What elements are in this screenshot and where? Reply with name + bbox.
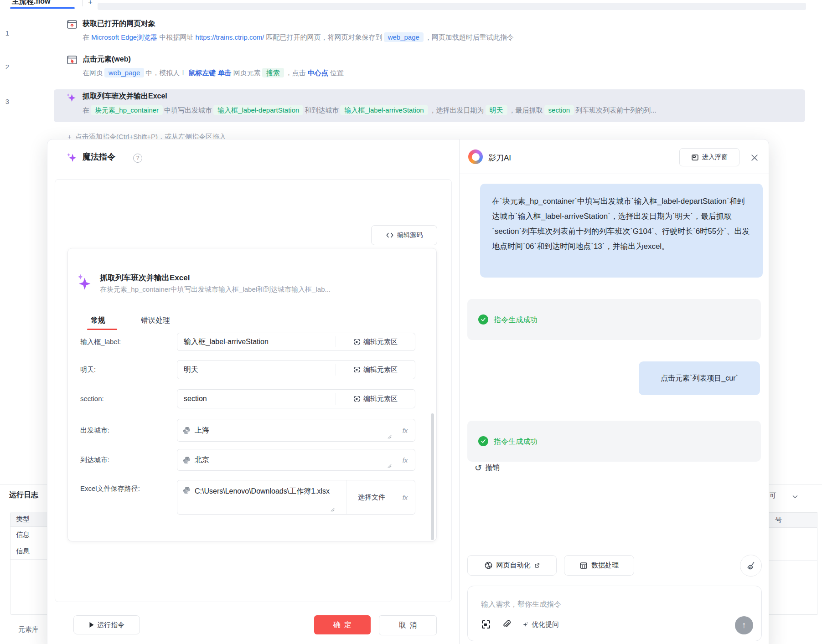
fx-expression-button[interactable]: fx: [395, 480, 415, 514]
mouse-action-link[interactable]: 鼠标左键 单击: [188, 69, 231, 77]
element-picker-icon: [353, 395, 361, 402]
edit-element-area-button[interactable]: 编辑元素区: [336, 390, 415, 408]
run-log-title: 运行日志: [9, 490, 38, 500]
ai-message-bubble: 在`块元素_hp_container`中填写出发城市`输入框_label-dep…: [480, 184, 763, 278]
url-link[interactable]: https://trains.ctrip.com/: [196, 33, 264, 41]
element-field-input[interactable]: 明天 编辑元素区: [177, 360, 415, 379]
undo-button[interactable]: ↺ 撤销: [475, 463, 500, 473]
tab-error-handling[interactable]: 错误处理: [141, 316, 170, 325]
web-automation-button[interactable]: 网页自动化: [467, 555, 557, 576]
edit-element-area-button[interactable]: 编辑元素区: [336, 333, 415, 350]
web-automation-label: 网页自动化: [496, 561, 531, 570]
desc-text: 在: [83, 106, 89, 114]
field-value: 明天: [184, 361, 198, 379]
file-path-field-input[interactable]: C:\Users\Lenovo\Downloads\工作簿1.xlsx 选择文件…: [177, 480, 415, 515]
text-field-input[interactable]: 上海 fx: [177, 419, 415, 442]
help-icon[interactable]: ?: [133, 154, 142, 163]
edit-element-area-button[interactable]: 编辑元素区: [336, 361, 415, 379]
send-button[interactable]: ↑: [735, 616, 753, 634]
run-command-button[interactable]: 运行指令: [73, 615, 140, 634]
success-message: 指令生成成功: [494, 437, 538, 447]
step-title[interactable]: 获取已打开的网页对象: [83, 19, 155, 29]
close-icon[interactable]: [750, 153, 759, 162]
enter-float-window-label: 进入浮窗: [702, 153, 728, 161]
element-chip-search[interactable]: 搜索: [262, 68, 284, 77]
resize-handle-icon[interactable]: [387, 464, 392, 469]
sparkle-small-icon: [522, 621, 529, 629]
desc-text: 中根据网址: [157, 33, 195, 41]
chevron-down-icon[interactable]: [791, 493, 799, 501]
command-card-title: 抓取列车班次并输出Excel: [100, 273, 190, 283]
element-chip-arrive-station[interactable]: 输入框_label-arriveStation: [340, 105, 428, 115]
data-processing-button[interactable]: 数据处理: [564, 555, 634, 576]
resize-handle-icon[interactable]: [387, 434, 392, 439]
variable-chip-web-page[interactable]: web_page: [104, 68, 144, 77]
element-chip-hp-container[interactable]: 块元素_hp_container: [91, 105, 163, 115]
magic-command-window: 魔法指令 ? 编辑源码 抓取列车班次并输出Excel 在块元素_hp_conta…: [47, 139, 769, 644]
step-number: 1: [3, 29, 12, 37]
tab-main-flow[interactable]: 主流程.flow: [12, 0, 50, 6]
tab-general[interactable]: 常规: [91, 316, 105, 325]
app-root: 主流程.flow + 1 获取已打开的网页对象 在 Microsoft Edge…: [0, 0, 822, 644]
desc-text: 在网页: [83, 69, 103, 77]
step-description: 在块元素_hp_container中填写出发城市输入框_label-depart…: [83, 105, 657, 116]
step-number: 3: [3, 98, 12, 105]
screenshot-capture-icon[interactable]: [481, 619, 491, 630]
code-icon: [386, 231, 394, 239]
active-tab-underline: [10, 7, 75, 9]
desc-text: ，最后抓取: [509, 106, 543, 114]
optimize-question-button[interactable]: 优化提问: [522, 620, 559, 629]
form-scrollbar[interactable]: [431, 413, 434, 540]
magic-sparkle-icon: [65, 92, 77, 104]
log-table-edge: [817, 512, 817, 615]
choose-file-button[interactable]: 选择文件: [346, 480, 397, 514]
command-card-subtitle: 在块元素_hp_container中填写出发城市输入框_label和到达城市输入…: [100, 285, 331, 294]
field-label: Excel文件保存路径:: [80, 484, 140, 493]
enter-float-window-button[interactable]: 进入浮窗: [679, 148, 739, 166]
element-chip-tomorrow[interactable]: 明天: [486, 105, 507, 115]
step-description: 在 Microsoft Edge浏览器 中根据网址 https://trains…: [83, 32, 514, 43]
browser-click-icon: [67, 55, 78, 66]
success-status-card: 指令生成成功: [467, 421, 761, 462]
desc-text: 中，模拟人工: [145, 69, 188, 77]
clear-chat-button[interactable]: [740, 555, 762, 577]
browser-link[interactable]: Microsoft Edge浏览器: [91, 33, 157, 41]
step-title[interactable]: 点击元素(web): [83, 55, 131, 64]
element-chip-depart-station[interactable]: 输入框_label-departStation: [213, 105, 303, 115]
element-chip-section[interactable]: section: [544, 105, 574, 115]
picture-in-picture-icon: [691, 154, 699, 161]
desc-text: 匹配已打开的网页，将网页对象保存到: [264, 33, 382, 41]
success-status-card: 指令生成成功: [467, 299, 761, 340]
resize-handle-icon[interactable]: [330, 507, 335, 512]
edit-element-area-label: 编辑元素区: [363, 395, 398, 403]
field-label: 出发城市:: [80, 419, 109, 442]
element-picker-icon: [353, 338, 361, 345]
check-circle-icon: [478, 436, 488, 446]
center-point-link[interactable]: 中心点: [308, 69, 328, 77]
confirm-button[interactable]: 确定: [314, 615, 371, 634]
element-library-label[interactable]: 元素库: [18, 625, 39, 634]
paperclip-icon[interactable]: [501, 619, 512, 629]
cancel-button[interactable]: 取消: [379, 615, 437, 635]
desc-text: ，网页加载超时后重试此指令: [425, 33, 514, 41]
step-number: 2: [3, 63, 12, 71]
scrolled-row-fragment: [98, 3, 806, 10]
ai-panel-title: 影刀AI: [488, 153, 511, 163]
tab-separator: [83, 0, 83, 6]
fx-expression-button[interactable]: fx: [395, 419, 415, 441]
run-command-label: 运行指令: [97, 621, 124, 629]
ai-prompt-input[interactable]: [480, 600, 745, 609]
edit-source-label: 编辑源码: [397, 231, 423, 239]
field-value: 输入框_label-arriveStation: [184, 333, 269, 350]
element-field-input[interactable]: section 编辑元素区: [177, 389, 415, 408]
variable-chip-web-page[interactable]: web_page: [384, 32, 424, 42]
step-title[interactable]: 抓取列车班次并输出Excel: [83, 92, 167, 101]
desc-text: 和到达城市: [305, 106, 339, 114]
log-row-line: [768, 560, 817, 561]
ai-logo-icon: [468, 149, 483, 164]
add-tab-button[interactable]: +: [88, 0, 93, 7]
element-field-input[interactable]: 输入框_label-arriveStation 编辑元素区: [177, 333, 415, 351]
fx-expression-button[interactable]: fx: [395, 449, 415, 470]
text-field-input[interactable]: 北京 fx: [177, 449, 415, 471]
edit-source-button[interactable]: 编辑源码: [371, 225, 437, 245]
